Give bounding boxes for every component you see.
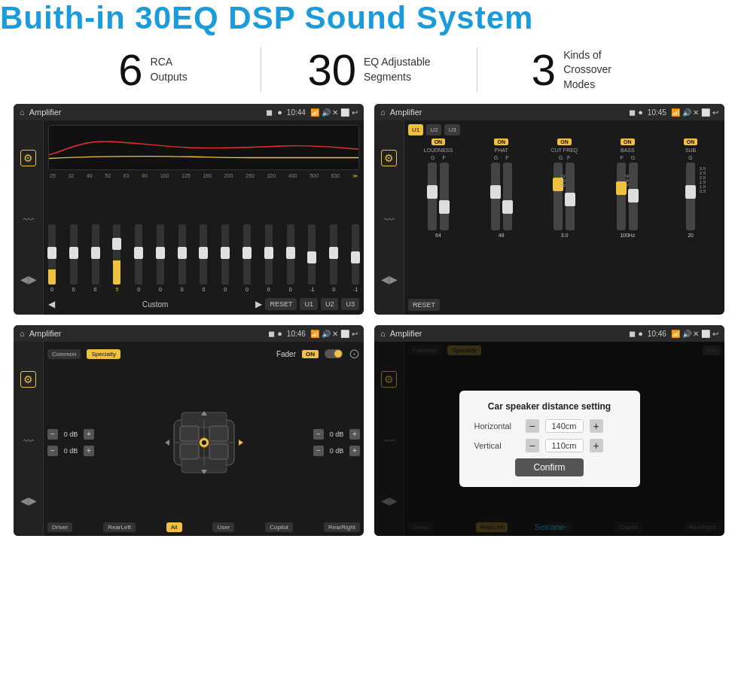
bass-on[interactable]: ON <box>621 138 635 145</box>
eq-slider-7[interactable]: 0 <box>200 224 207 292</box>
fader-knob-icon[interactable]: ⊙ <box>349 345 360 362</box>
eq-slider-6[interactable]: 0 <box>178 224 186 292</box>
fader-toggle[interactable] <box>325 349 343 358</box>
preset-u2[interactable]: U2 <box>426 124 441 135</box>
sub-on[interactable]: ON <box>684 138 698 145</box>
screen-dialog-title: Amplifier <box>390 329 624 338</box>
u3-button[interactable]: U3 <box>341 298 359 310</box>
stat-number-eq: 30 <box>307 48 356 92</box>
common-button[interactable]: Common <box>47 349 81 359</box>
db-minus-rr[interactable]: − <box>313 446 324 456</box>
bass-slider-f[interactable]: 90Hz80Hz70Hz <box>617 163 626 230</box>
home-icon-2[interactable]: ⌂ <box>380 108 386 117</box>
eq-slider-12[interactable]: -1 <box>308 224 316 292</box>
reset-button[interactable]: RESET <box>265 298 297 310</box>
db-val-rr: 0 dB <box>326 447 347 455</box>
horizontal-minus[interactable]: − <box>526 419 539 433</box>
amp-side-icon-3[interactable]: ◀▶ <box>381 273 398 285</box>
home-icon-3[interactable]: ⌂ <box>20 329 25 338</box>
rearright-button[interactable]: RearRight <box>324 522 360 532</box>
preset-u1[interactable]: U1 <box>408 124 423 135</box>
user-button[interactable]: User <box>212 522 234 532</box>
channel-sub: ON SUB G 3.02.52.01.51.00.5 20 <box>660 138 721 296</box>
cutfreq-on[interactable]: ON <box>557 138 572 145</box>
dialog-title: Car speaker distance setting <box>474 401 625 412</box>
stat-number-crossover: 3 <box>532 48 556 92</box>
svg-rect-8 <box>209 444 228 459</box>
eq-slider-1[interactable]: 0 <box>70 224 78 292</box>
driver-button[interactable]: Driver <box>47 522 72 532</box>
db-plus-rr[interactable]: + <box>349 446 360 456</box>
eq-slider-5[interactable]: 0 <box>157 224 164 292</box>
fader-layout: − 0 dB + − 0 dB + <box>47 365 360 519</box>
db-minus-fl[interactable]: − <box>47 429 58 440</box>
confirm-button[interactable]: Confirm <box>515 458 583 476</box>
svg-marker-13 <box>165 440 169 446</box>
sub-slider[interactable]: 3.02.52.01.51.00.5 <box>686 163 695 230</box>
preset-u3[interactable]: U3 <box>444 124 459 135</box>
stat-number-rca: 6 <box>118 48 142 92</box>
eq-side-icon-2[interactable]: 〰 <box>23 214 34 226</box>
car-diagram <box>99 405 309 480</box>
play-next-icon[interactable]: ▶ <box>255 299 262 309</box>
eq-curve <box>48 125 359 170</box>
fader-side-icon-3[interactable]: ◀▶ <box>20 495 37 507</box>
screen-fader-title: Amplifier <box>29 329 264 338</box>
phat-slider-f[interactable] <box>503 163 512 230</box>
loudness-slider-f[interactable] <box>440 163 449 230</box>
eq-slider-13[interactable]: 0 <box>330 224 337 292</box>
dot-icon-3: ◼ ● <box>268 329 282 339</box>
fader-main: Common Specialty Fader ON ⊙ − <box>44 342 364 536</box>
eq-slider-0[interactable]: 0 <box>48 224 56 292</box>
home-icon[interactable]: ⌂ <box>20 108 25 117</box>
phat-slider-g[interactable] <box>491 163 500 230</box>
eq-slider-8[interactable]: 0 <box>221 224 229 292</box>
db-plus-fl[interactable]: + <box>84 429 94 440</box>
vertical-value: 110cm <box>545 439 584 452</box>
side-panel-eq: ⚙ 〰 ◀▶ <box>14 120 44 315</box>
db-plus-rl[interactable]: + <box>84 446 94 456</box>
sub-label: SUB <box>685 148 696 153</box>
home-icon-4[interactable]: ⌂ <box>380 329 386 338</box>
specialty-button[interactable]: Specialty <box>87 349 120 359</box>
rearleft-button[interactable]: RearLeft <box>103 522 136 532</box>
amp2-reset-button[interactable]: RESET <box>408 299 440 311</box>
horizontal-plus[interactable]: + <box>590 419 603 433</box>
db-control-rr: − 0 dB + <box>313 446 360 456</box>
eq-slider-11[interactable]: 0 <box>287 224 294 292</box>
u1-button[interactable]: U1 <box>300 298 318 310</box>
eq-slider-4[interactable]: 0 <box>135 224 142 292</box>
eq-side-icon-3[interactable]: ◀▶ <box>20 273 37 285</box>
loudness-on[interactable]: ON <box>432 138 446 145</box>
svg-marker-14 <box>239 440 243 446</box>
db-minus-rl[interactable]: − <box>47 446 58 456</box>
copilot-button[interactable]: Copilot <box>265 522 293 532</box>
eq-slider-10[interactable]: 0 <box>265 224 273 292</box>
svg-rect-7 <box>180 444 199 459</box>
vertical-minus[interactable]: − <box>526 439 539 452</box>
eq-slider-9[interactable]: 0 <box>243 224 251 292</box>
bluetooth-icon: ◼ <box>266 108 273 117</box>
eq-slider-3[interactable]: 5 <box>113 224 120 292</box>
fader-side-icon-1[interactable]: ⚙ <box>20 371 36 388</box>
cutfreq-slider-f[interactable] <box>566 163 575 230</box>
db-minus-fr[interactable]: − <box>313 429 324 440</box>
db-control-fl: − 0 dB + <box>47 429 94 440</box>
loudness-slider-g[interactable] <box>428 163 437 230</box>
amp-side-icon-2[interactable]: 〰 <box>384 214 395 226</box>
bass-slider-g[interactable] <box>629 163 638 230</box>
u2-button[interactable]: U2 <box>321 298 339 310</box>
vertical-plus[interactable]: + <box>590 439 603 452</box>
all-button[interactable]: All <box>166 522 182 532</box>
db-plus-fr[interactable]: + <box>349 429 360 440</box>
play-prev-icon[interactable]: ◀ <box>48 299 55 309</box>
cutfreq-slider-g[interactable]: 120Hz100Hz80Hz <box>554 163 563 230</box>
db-control-rl: − 0 dB + <box>47 446 94 456</box>
eq-slider-2[interactable]: 0 <box>92 224 99 292</box>
phat-on[interactable]: ON <box>494 138 508 145</box>
fader-side-icon-2[interactable]: 〰 <box>23 435 34 447</box>
eq-side-icon-1[interactable]: ⚙ <box>20 150 36 166</box>
eq-slider-14[interactable]: -1 <box>352 224 359 292</box>
stat-eq: 30 EQ Adjustable Segments <box>261 48 477 92</box>
amp-side-icon-1[interactable]: ⚙ <box>381 150 397 166</box>
